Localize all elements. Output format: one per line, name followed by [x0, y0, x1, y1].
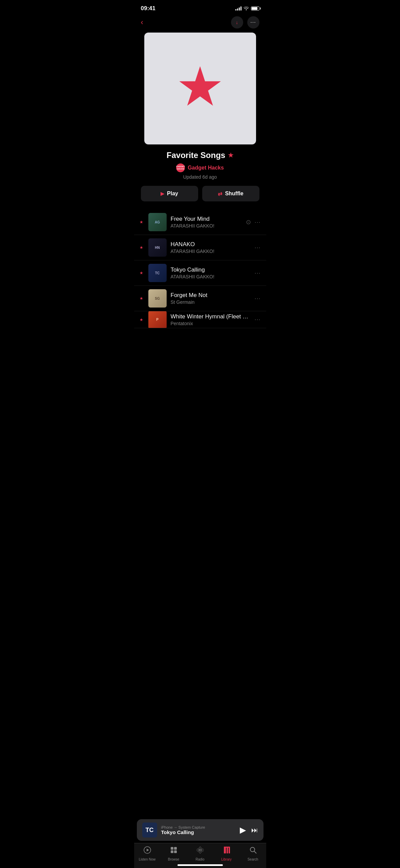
track-item[interactable]: ★ AG Free Your Mind ATARASHII GAKKO! ⊙ ·… [134, 210, 266, 235]
track-more-icon[interactable]: ··· [254, 295, 260, 302]
playlist-title: Favorite Songs ★ [141, 151, 259, 160]
download-button[interactable]: ↓ [231, 16, 243, 28]
nav-bar: ‹ ↓ ··· [134, 15, 266, 33]
track-artist: ATARASHII GAKKO! [171, 223, 242, 229]
shuffle-icon: ⇄ [218, 191, 222, 197]
track-star-icon: ★ [140, 245, 144, 250]
track-actions: ··· [254, 270, 260, 277]
track-more-icon[interactable]: ··· [254, 316, 260, 323]
battery-icon [251, 6, 259, 11]
playlist-info: Favorite Songs ★ GADGETHACKS Gadget Hack… [134, 151, 266, 180]
more-icon: ··· [250, 19, 256, 25]
track-thumbnail: HN [148, 238, 167, 257]
status-time: 09:41 [141, 5, 155, 12]
track-thumbnail: AG [148, 213, 167, 231]
track-thumbnail: TC [148, 264, 167, 282]
track-info: HANAKO ATARASHII GAKKO! [171, 241, 251, 254]
play-label: Play [167, 191, 178, 197]
track-actions: ··· [254, 244, 260, 251]
author-avatar: GADGETHACKS [176, 163, 185, 172]
updated-text: Updated 6d ago [141, 174, 259, 180]
track-star-icon: ★ [140, 317, 144, 322]
status-bar: 09:41 [134, 0, 266, 15]
track-name: HANAKO [171, 241, 251, 248]
action-buttons: ▶ Play ⇄ Shuffle [134, 186, 266, 201]
playlist-author: GADGETHACKS Gadget Hacks [141, 163, 259, 172]
back-button[interactable]: ‹ [141, 18, 143, 27]
shuffle-label: Shuffle [225, 191, 243, 197]
track-name: Tokyo Calling [171, 267, 251, 273]
playlist-favorite-star: ★ [228, 152, 233, 159]
author-name[interactable]: Gadget Hacks [188, 165, 224, 171]
track-more-icon[interactable]: ··· [254, 244, 260, 251]
track-artist: Pentatonix [171, 321, 251, 326]
track-thumbnail: SG [148, 289, 167, 308]
album-art-container: ★ [134, 33, 266, 144]
track-more-icon[interactable]: ··· [254, 270, 260, 277]
download-icon: ↓ [236, 20, 238, 25]
album-art: ★ [144, 33, 256, 144]
more-options-button[interactable]: ··· [247, 16, 259, 28]
play-button[interactable]: ▶ Play [141, 186, 198, 201]
track-name: White Winter Hymnal (Fleet Foxes Cover) [171, 313, 251, 320]
track-name: Forget Me Not [171, 292, 251, 299]
track-list: ★ AG Free Your Mind ATARASHII GAKKO! ⊙ ·… [134, 210, 266, 328]
track-artist: St Germain [171, 299, 251, 305]
track-star-icon: ★ [140, 296, 144, 301]
track-info: Tokyo Calling ATARASHII GAKKO! [171, 267, 251, 279]
track-star-icon: ★ [140, 220, 144, 224]
status-icons [235, 6, 259, 11]
track-actions: ··· [254, 295, 260, 302]
playlist-title-text: Favorite Songs [167, 151, 225, 160]
track-item[interactable]: ★ P White Winter Hymnal (Fleet Foxes Cov… [134, 311, 266, 328]
author-avatar-text: GADGETHACKS [176, 165, 185, 170]
track-actions: ··· [254, 316, 260, 323]
track-actions: ⊙ ··· [246, 218, 260, 226]
track-info: White Winter Hymnal (Fleet Foxes Cover) … [171, 313, 251, 326]
track-download-icon[interactable]: ⊙ [246, 218, 251, 226]
track-info: Forget Me Not St Germain [171, 292, 251, 305]
track-item[interactable]: ★ SG Forget Me Not St Germain ··· [134, 286, 266, 311]
nav-right-buttons: ↓ ··· [231, 16, 259, 28]
track-name: Free Your Mind [171, 216, 242, 222]
signal-bars-icon [235, 6, 241, 11]
track-info: Free Your Mind ATARASHII GAKKO! [171, 216, 242, 229]
track-item[interactable]: ★ TC Tokyo Calling ATARASHII GAKKO! ··· [134, 260, 266, 286]
wifi-icon [244, 6, 249, 11]
track-star-icon: ★ [140, 271, 144, 275]
shuffle-button[interactable]: ⇄ Shuffle [202, 186, 259, 201]
track-artist: ATARASHII GAKKO! [171, 249, 251, 254]
track-more-icon[interactable]: ··· [254, 219, 260, 226]
track-artist: ATARASHII GAKKO! [171, 274, 251, 279]
star-icon: ★ [176, 60, 224, 114]
track-thumbnail: P [148, 311, 167, 328]
play-icon: ▶ [161, 191, 164, 196]
track-item[interactable]: ★ HN HANAKO ATARASHII GAKKO! ··· [134, 235, 266, 260]
